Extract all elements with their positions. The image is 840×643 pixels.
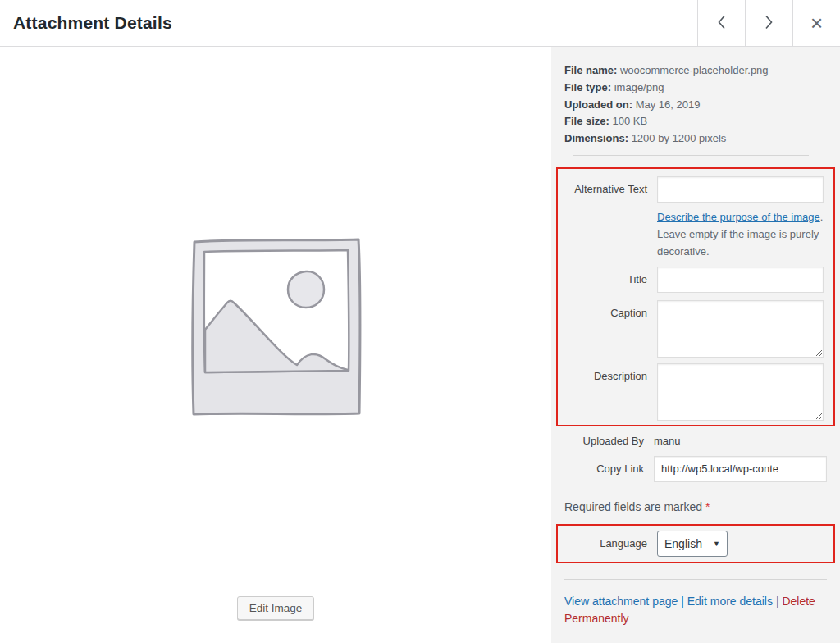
file-name-label: File name: [564, 64, 617, 76]
chevron-right-icon [764, 14, 774, 33]
uploaded-by-value: manu [654, 435, 681, 447]
action-separator: | [776, 595, 779, 608]
dimensions-row: Dimensions: 1200 by 1200 pixels [564, 130, 827, 148]
required-asterisk: * [705, 500, 710, 513]
dimensions-value: 1200 by 1200 pixels [632, 132, 727, 144]
edit-image-container: Edit Image [0, 596, 551, 620]
dimensions-label: Dimensions: [564, 132, 628, 144]
attachment-meta: File name: woocommerce-placeholder.png F… [564, 62, 827, 148]
alt-text-input[interactable] [657, 176, 824, 203]
caption-textarea[interactable] [657, 300, 824, 358]
description-row: Description [568, 363, 824, 421]
copy-link-label: Copy Link [564, 463, 644, 476]
file-type-value: image/png [614, 81, 664, 93]
attachment-details-sidebar: File name: woocommerce-placeholder.png F… [551, 47, 840, 643]
placeholder-image [186, 235, 367, 422]
language-row: Language English ▼ [568, 531, 824, 557]
required-fields-note: Required fields are marked * [564, 500, 827, 513]
language-selected-value: English [664, 537, 702, 550]
chevron-down-icon: ▼ [713, 540, 720, 548]
attachment-actions: View attachment page | Edit more details… [564, 593, 820, 627]
title-label: Title [568, 273, 647, 286]
file-type-row: File type: image/png [564, 80, 827, 97]
chevron-left-icon [716, 14, 727, 33]
file-size-row: File size: 100 KB [564, 113, 827, 130]
annotation-box-fields: Alternative Text Describe the purpose of… [556, 167, 835, 426]
close-button[interactable]: × [792, 0, 840, 46]
edit-image-button[interactable]: Edit Image [237, 596, 315, 620]
alt-text-help: Describe the purpose of the image. Leave… [657, 208, 824, 260]
caption-row: Caption [568, 300, 824, 358]
edit-more-details-link[interactable]: Edit more details [687, 595, 773, 608]
file-name-value: woocommerce-placeholder.png [620, 64, 769, 76]
modal-content: Edit Image File name: woocommerce-placeh… [0, 47, 840, 643]
required-fields-text: Required fields are marked [564, 500, 705, 513]
action-separator: | [681, 595, 684, 608]
attachment-preview: Edit Image [0, 47, 551, 643]
view-attachment-link[interactable]: View attachment page [564, 595, 678, 608]
modal-title: Attachment Details [0, 0, 697, 46]
file-type-label: File type: [564, 81, 611, 93]
actions-divider [564, 579, 827, 580]
next-attachment-button[interactable] [745, 0, 792, 46]
file-size-value: 100 KB [613, 115, 648, 127]
description-textarea[interactable] [657, 363, 824, 421]
title-input[interactable] [657, 267, 824, 293]
alt-text-label: Alternative Text [568, 183, 647, 196]
previous-attachment-button[interactable] [697, 0, 745, 46]
copy-link-input[interactable] [654, 456, 827, 482]
modal-header: Attachment Details × [0, 0, 840, 47]
uploaded-by-row: Uploaded By manu [564, 435, 827, 448]
meta-divider [573, 155, 809, 156]
uploaded-on-value: May 16, 2019 [636, 98, 701, 111]
title-row: Title [568, 267, 824, 293]
description-label: Description [568, 363, 647, 383]
copy-link-row: Copy Link [564, 456, 827, 482]
annotation-box-language: Language English ▼ [556, 524, 835, 563]
uploaded-by-label: Uploaded By [564, 435, 644, 448]
alt-text-help-link[interactable]: Describe the purpose of the image [657, 211, 820, 223]
attachment-details-modal: Attachment Details × [0, 0, 840, 643]
alt-text-row: Alternative Text [568, 176, 824, 203]
uploaded-on-row: Uploaded on: May 16, 2019 [564, 97, 827, 114]
uploaded-on-label: Uploaded on: [564, 98, 632, 111]
close-icon: × [810, 12, 823, 34]
language-label: Language [568, 537, 647, 550]
language-select[interactable]: English ▼ [657, 531, 728, 557]
file-size-label: File size: [564, 115, 609, 127]
caption-label: Caption [568, 300, 647, 320]
file-name-row: File name: woocommerce-placeholder.png [564, 62, 827, 80]
